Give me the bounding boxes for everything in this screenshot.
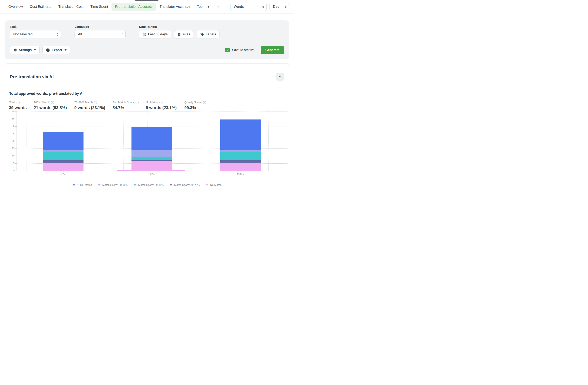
section-title: Total approved words, pre-translated by … bbox=[9, 91, 285, 96]
y-axis-label: 35 bbox=[8, 117, 15, 120]
stat-value: 9 words (23.1%) bbox=[146, 105, 184, 110]
select-stepper-icon bbox=[262, 5, 264, 8]
x-axis-tick bbox=[63, 171, 63, 172]
stat-avg-match-score: Avg Match Score84.7% bbox=[112, 101, 146, 110]
bar-segment-match-score-89-80 bbox=[131, 157, 172, 160]
y-axis-label: 20 bbox=[8, 140, 15, 142]
y-axis-label: 5 bbox=[8, 162, 15, 164]
report-tabs: OverviewCost EstimateTranslation CostTim… bbox=[5, 3, 205, 11]
stat-100-match: 100% Match21 words (53.8%) bbox=[34, 101, 74, 110]
stat-label: 70-99% Match bbox=[74, 101, 93, 104]
stat-no-match: No Match9 words (23.1%) bbox=[146, 101, 184, 110]
x-axis-label: 13 Dec bbox=[144, 173, 160, 175]
export-dropdown-button[interactable]: Export bbox=[42, 46, 70, 54]
gear-icon bbox=[13, 48, 17, 52]
tab-fade-overlay bbox=[200, 3, 205, 11]
x-axis-tick bbox=[241, 171, 241, 172]
tab-label: Time Spent bbox=[90, 5, 108, 9]
info-icon[interactable] bbox=[159, 101, 163, 104]
bar-segment-match-score-79-70 bbox=[43, 160, 84, 163]
language-select[interactable]: All bbox=[75, 30, 126, 38]
bar-segment-100-match bbox=[131, 127, 172, 150]
task-filter-group: Task Not selected bbox=[10, 25, 61, 38]
stat-value: 9 words (23.1%) bbox=[74, 105, 112, 110]
pretranslation-chart: 051015202530354011 Dec13 Dec15 Dec100% M… bbox=[5, 110, 289, 191]
report-tabs-bar: OverviewCost EstimateTranslation CostTim… bbox=[0, 0, 294, 14]
tab-translator-accuracy[interactable]: Translator Accuracy bbox=[156, 3, 193, 11]
labels-filter-button[interactable]: Labels bbox=[197, 30, 220, 38]
chevron-right-icon bbox=[207, 5, 210, 8]
info-icon[interactable] bbox=[17, 101, 20, 104]
task-select[interactable]: Not selected bbox=[10, 30, 61, 38]
settings-dropdown-button[interactable]: Settings bbox=[10, 46, 40, 54]
bar-segment-match-score-99-90 bbox=[220, 150, 261, 151]
checkbox-checked[interactable] bbox=[225, 48, 230, 52]
stats-row: Total39 words100% Match21 words (53.8%)7… bbox=[5, 101, 289, 110]
save-to-archive-checkbox[interactable]: Save to archive bbox=[225, 48, 254, 52]
plus-icon bbox=[216, 5, 220, 9]
stat-label: 100% Match bbox=[34, 101, 50, 104]
legend-label: Match Score: 89-80% bbox=[138, 183, 164, 187]
date-range-button[interactable]: Last 30 days bbox=[139, 30, 171, 38]
task-select-value: Not selected bbox=[13, 32, 33, 36]
y-axis-label: 25 bbox=[8, 132, 15, 135]
bar-segment-match-score-99-90 bbox=[131, 150, 172, 157]
info-icon[interactable] bbox=[136, 101, 139, 104]
tab-pre-translation-accuracy[interactable]: Pre-translation Accuracy bbox=[111, 3, 156, 11]
tab-cost-estimate[interactable]: Cost Estimate bbox=[26, 3, 55, 11]
add-report-tab-button[interactable] bbox=[215, 3, 221, 10]
x-axis-label: 15 Dec bbox=[232, 173, 249, 175]
stat-value: 84.7% bbox=[112, 105, 146, 110]
check-icon bbox=[226, 49, 229, 51]
caret-down-icon bbox=[34, 49, 36, 51]
legend-item-match-score-79-70[interactable]: Match Score: 79-70% bbox=[169, 183, 200, 187]
legend-item-100-match[interactable]: 100% Match bbox=[72, 183, 92, 187]
files-filter-button[interactable]: Files bbox=[174, 30, 193, 38]
settings-button-label: Settings bbox=[19, 48, 32, 52]
stat-label: No Match bbox=[146, 101, 158, 104]
tab-translation-cost[interactable]: Translation Cost bbox=[55, 3, 87, 11]
zero-bar-marker bbox=[117, 170, 131, 171]
period-select[interactable]: Day bbox=[270, 3, 289, 11]
tab-top[interactable]: Top bbox=[193, 3, 205, 11]
card-title: Pre-translation via AI bbox=[10, 74, 54, 79]
calendar-icon bbox=[143, 32, 146, 36]
legend-swatch bbox=[72, 184, 76, 185]
generate-button[interactable]: Generate bbox=[261, 46, 284, 54]
stat-value: 39 words bbox=[9, 105, 34, 110]
info-icon[interactable] bbox=[203, 101, 206, 104]
task-label: Task bbox=[10, 25, 61, 28]
download-icon bbox=[46, 48, 50, 52]
legend-item-match-score-89-80[interactable]: Match Score: 89-80% bbox=[133, 183, 164, 187]
y-axis-label: 30 bbox=[8, 125, 15, 127]
tab-overview[interactable]: Overview bbox=[5, 3, 26, 11]
legend-label: Match Score: 99-90% bbox=[102, 183, 128, 187]
legend-item-match-score-99-90[interactable]: Match Score: 99-90% bbox=[98, 183, 128, 187]
collapse-card-button[interactable] bbox=[276, 73, 284, 81]
legend-swatch bbox=[133, 184, 137, 185]
bar-segment-match-score-79-70 bbox=[131, 160, 172, 161]
report-filters-panel: Task Not selected Language All Date Rang… bbox=[5, 21, 289, 59]
language-label: Language bbox=[75, 25, 126, 28]
stat-70-99-match: 70-99% Match9 words (23.1%) bbox=[74, 101, 112, 110]
stat-label: Avg Match Score bbox=[112, 101, 134, 104]
stat-label: Quality Score bbox=[184, 101, 202, 104]
labels-button-label: Labels bbox=[206, 32, 216, 36]
unit-select[interactable]: Words bbox=[230, 3, 267, 11]
info-icon[interactable] bbox=[94, 101, 97, 104]
x-axis-label: 11 Dec bbox=[55, 173, 71, 175]
tab-label: Translation Cost bbox=[58, 5, 84, 9]
date-range-value: Last 30 days bbox=[148, 32, 168, 36]
legend-item-no-match[interactable]: No Match bbox=[205, 183, 222, 187]
export-button-label: Export bbox=[52, 48, 62, 52]
y-axis-label: 0 bbox=[8, 169, 15, 172]
tag-icon bbox=[200, 32, 204, 36]
bar-segment-match-score-99-90 bbox=[43, 150, 84, 151]
vertical-gridline bbox=[269, 110, 269, 171]
language-select-value: All bbox=[78, 32, 82, 36]
bar-segment-100-match bbox=[43, 132, 84, 150]
stat-value: 21 words (53.8%) bbox=[34, 105, 74, 110]
tab-time-spent[interactable]: Time Spent bbox=[87, 3, 111, 11]
info-icon[interactable] bbox=[51, 101, 54, 104]
tabs-scroll-right-button[interactable] bbox=[205, 3, 211, 10]
